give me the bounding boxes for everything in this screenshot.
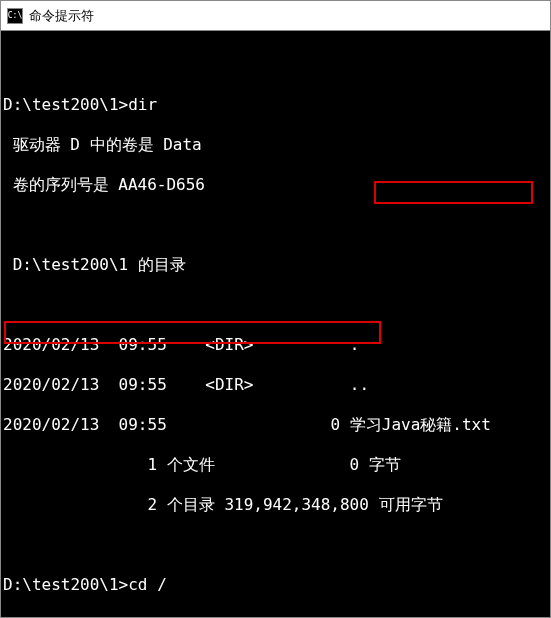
terminal-line: 卷的序列号是 AA46-D656 xyxy=(3,175,548,195)
terminal-line xyxy=(3,215,548,235)
terminal-line: D:\test200\1 的目录 xyxy=(3,255,548,275)
terminal-line: 2 个目录 319,942,348,800 可用字节 xyxy=(3,495,548,515)
window-title: 命令提示符 xyxy=(29,7,94,25)
cmd-icon: C:\ xyxy=(7,8,23,24)
terminal-line: 2020/02/13 09:55 <DIR> .. xyxy=(3,375,548,395)
terminal-line xyxy=(3,55,548,75)
terminal-line: 2020/02/13 09:55 0 学习Java秘籍.txt xyxy=(3,415,548,435)
terminal-line: D:\test200\1>cd / xyxy=(3,575,548,595)
terminal-output[interactable]: D:\test200\1>dir 驱动器 D 中的卷是 Data 卷的序列号是 … xyxy=(1,31,550,617)
terminal-line xyxy=(3,295,548,315)
terminal-line: 2020/02/13 09:55 <DIR> . xyxy=(3,335,548,355)
terminal-line: 1 个文件 0 字节 xyxy=(3,455,548,475)
terminal-line: D:\test200\1>dir xyxy=(3,95,548,115)
window-titlebar[interactable]: C:\ 命令提示符 xyxy=(1,1,550,31)
terminal-line: 驱动器 D 中的卷是 Data xyxy=(3,135,548,155)
terminal-line xyxy=(3,535,548,555)
